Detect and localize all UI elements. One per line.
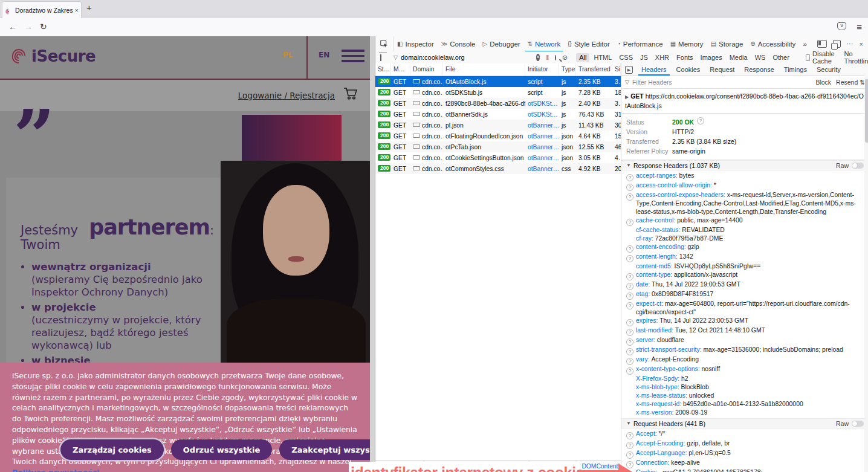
details-tab-security[interactable]: Security xyxy=(812,63,846,76)
cart-icon[interactable] xyxy=(343,87,358,103)
header-name[interactable]: server: xyxy=(636,337,655,343)
header-name[interactable]: access-control-allow-origin: xyxy=(636,182,712,189)
clear-requests-icon[interactable] xyxy=(380,54,381,61)
network-request-row[interactable]: 200GETcdn.co…otSDKStub.jsscriptjs7.28 KB… xyxy=(375,87,621,98)
details-tab-request[interactable]: Request xyxy=(705,63,739,76)
devtools-tab-memory[interactable]: ▦Memory xyxy=(667,36,707,51)
type-filter-ws[interactable]: WS xyxy=(752,53,769,62)
info-icon[interactable]: ? xyxy=(626,193,633,201)
header-name[interactable]: Accept-Encoding: xyxy=(636,440,685,447)
header-name[interactable]: access-control-expose-headers: xyxy=(636,192,725,198)
column-header[interactable]: Initiator xyxy=(525,63,559,76)
devtools-tab-debugger[interactable]: ▷Debugger xyxy=(479,36,523,51)
header-name[interactable]: cf-ray: xyxy=(636,235,653,242)
details-tab-cookies[interactable]: Cookies xyxy=(672,63,705,76)
info-icon[interactable]: ? xyxy=(626,358,633,365)
devtools-meatball-icon[interactable]: ⋯ xyxy=(847,40,853,48)
column-header[interactable]: Domain xyxy=(410,63,443,76)
network-request-row[interactable]: 200GETcdn.co…otCommonStyles.cssotBanner…… xyxy=(375,163,621,174)
header-name[interactable]: content-type: xyxy=(636,271,672,278)
info-icon[interactable]: ? xyxy=(626,273,633,280)
network-request-row[interactable]: 200GETcdn.co…pl.jsonotBanner…js11.43 KB3… xyxy=(375,120,621,131)
header-name[interactable]: content-encoding: xyxy=(636,244,686,250)
info-icon[interactable]: ? xyxy=(626,329,633,336)
network-request-row[interactable]: 200GETcdn.co…OtAutoBlock.jsscriptjs2.35 … xyxy=(375,76,621,87)
network-request-row[interactable]: 200GETcdn.co…otCookieSettingsButton.json… xyxy=(375,152,621,163)
devtools-tab-console[interactable]: ≫Console xyxy=(438,36,479,51)
clear-filter-icon[interactable]: ✕ xyxy=(536,54,540,61)
info-icon[interactable]: ? xyxy=(626,461,633,468)
header-name[interactable]: etag: xyxy=(636,291,650,297)
info-icon[interactable]: ? xyxy=(626,184,633,191)
column-header[interactable]: Size xyxy=(612,63,621,76)
site-menu-icon[interactable] xyxy=(342,50,364,65)
initiator-cell[interactable]: otBanner… xyxy=(525,133,559,140)
resend-button[interactable]: Resend ⇅ xyxy=(836,79,865,86)
filter-urls-input[interactable]: domain:cookielaw.org xyxy=(401,54,465,61)
column-header[interactable]: St… xyxy=(375,63,391,76)
type-filter-css[interactable]: CSS xyxy=(616,53,636,62)
details-tab-timings[interactable]: Timings xyxy=(779,63,812,76)
checkbox-icon[interactable] xyxy=(806,54,810,61)
type-filter-js[interactable]: JS xyxy=(637,53,651,62)
header-name[interactable]: x-ms-request-id: xyxy=(636,401,681,407)
details-scrollbar[interactable] xyxy=(864,76,868,472)
devtools-tab-storage[interactable]: ▤Storage xyxy=(707,36,747,51)
header-name[interactable]: x-ms-version: xyxy=(636,409,673,416)
info-icon[interactable]: ? xyxy=(626,319,633,326)
header-name[interactable]: Cookie: xyxy=(636,469,657,472)
lang-pl-button[interactable]: PL xyxy=(283,51,293,59)
lang-en-button[interactable]: EN xyxy=(319,51,329,59)
request-table-header[interactable]: St…M…DomainFileInitiatorTypeTransferredS… xyxy=(375,63,621,76)
info-icon[interactable]: ? xyxy=(626,348,633,355)
response-headers-section[interactable]: ▼ Response Headers (1.037 KB) Raw xyxy=(621,160,868,170)
header-name[interactable]: cache-control: xyxy=(636,217,675,224)
pause-icon[interactable]: ‖ xyxy=(546,54,549,61)
collapse-triangle-icon[interactable]: ▼ xyxy=(626,163,631,168)
devtools-close-icon[interactable]: × xyxy=(860,40,863,48)
search-icon[interactable] xyxy=(555,55,556,60)
header-name[interactable]: Connection: xyxy=(636,459,669,466)
tab-close-icon[interactable]: × xyxy=(75,7,79,14)
page-scrollbar[interactable] xyxy=(370,36,375,472)
raw-toggle[interactable] xyxy=(852,421,864,427)
devtools-tab-inspector[interactable]: ◧Inspector xyxy=(394,36,438,51)
header-name[interactable]: Accept: xyxy=(636,430,657,437)
info-icon[interactable]: ? xyxy=(626,245,633,253)
header-name[interactable]: expect-ct: xyxy=(636,300,663,307)
network-request-row[interactable]: 200GETcdn.co…otFloatingRoundedIcon.jsono… xyxy=(375,131,621,141)
info-icon[interactable]: ? xyxy=(697,117,704,124)
pocket-icon[interactable]: ∨ xyxy=(837,22,846,30)
header-name[interactable]: x-ms-blob-type: xyxy=(636,384,679,390)
disclosure-triangle-icon[interactable]: ▶ xyxy=(625,94,629,100)
node-picker-icon[interactable] xyxy=(375,36,394,51)
devtools-tab-style-editor[interactable]: {}Style Editor xyxy=(564,36,614,51)
header-name[interactable]: strict-transport-security: xyxy=(636,346,702,353)
info-icon[interactable]: ? xyxy=(626,293,633,300)
info-icon[interactable]: ? xyxy=(626,367,633,375)
throttling-select[interactable]: No Throttling⇅ xyxy=(844,50,868,65)
details-tab-response[interactable]: Response xyxy=(739,63,779,76)
header-name[interactable]: last-modified: xyxy=(636,327,673,334)
block-url-button[interactable]: Block xyxy=(815,79,831,86)
request-headers-section[interactable]: ▼ Request Headers (441 B) Raw xyxy=(621,418,868,428)
info-icon[interactable]: ? xyxy=(626,283,633,290)
accept-all-button[interactable]: Zaakceptuj wszystkie xyxy=(279,439,375,460)
header-name[interactable]: date: xyxy=(636,281,650,288)
forward-button[interactable]: → xyxy=(24,22,33,31)
disable-cache-checkbox[interactable]: Disable Cache xyxy=(806,50,837,65)
network-request-row[interactable]: 200GETcdn.co…otPcTab.jsonotBanner…json12… xyxy=(375,141,621,152)
privacy-policy-link[interactable]: Polityce prywatności xyxy=(12,468,99,472)
header-name[interactable]: content-md5: xyxy=(636,263,673,270)
header-name[interactable]: cf-cache-status: xyxy=(636,227,680,233)
header-name[interactable]: accept-ranges: xyxy=(636,172,678,179)
expand-details-icon[interactable]: ▶ xyxy=(625,66,633,74)
reject-all-button[interactable]: Odrzuć wszystkie xyxy=(171,439,272,460)
header-name[interactable]: Accept-Language: xyxy=(636,450,687,456)
info-icon[interactable]: ? xyxy=(626,338,633,346)
initiator-cell[interactable]: otBanner… xyxy=(525,122,559,129)
initiator-cell[interactable]: otSDKSt… xyxy=(525,111,559,118)
info-icon[interactable]: ? xyxy=(626,432,633,439)
type-filter-images[interactable]: Images xyxy=(698,53,725,62)
app-menu-icon[interactable]: ≡ xyxy=(857,22,862,32)
